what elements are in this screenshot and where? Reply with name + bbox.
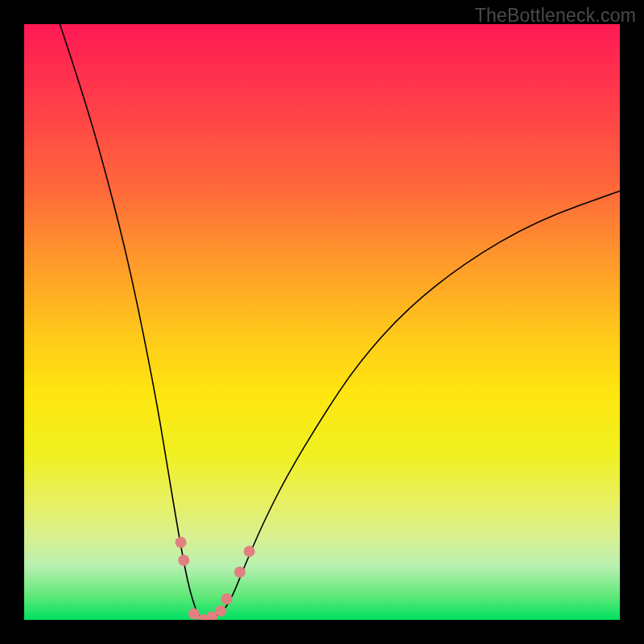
plot-area	[24, 24, 620, 620]
curve-marker	[215, 605, 226, 617]
curve-svg	[24, 24, 620, 620]
watermark-text: TheBottleneck.com	[475, 5, 636, 27]
chart-frame: TheBottleneck.com	[0, 0, 644, 644]
curve-marker	[175, 537, 187, 548]
curve-marker	[178, 555, 189, 566]
curve-marker	[234, 567, 246, 578]
curve-marker	[221, 593, 233, 605]
curve-marker	[244, 546, 255, 557]
bottleneck-curve	[60, 24, 620, 620]
